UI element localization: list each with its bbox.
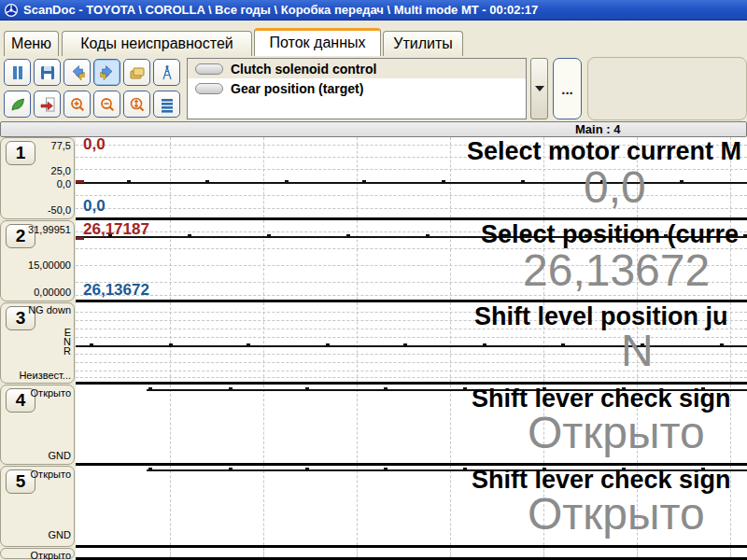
vertical-gridline — [263, 466, 264, 545]
channel-title: Shift lever check sign — [472, 466, 731, 495]
channel-3-plot[interactable]: Shift level position ju N — [76, 302, 747, 385]
export-button[interactable] — [34, 91, 61, 118]
zoom-fit-button[interactable] — [123, 91, 150, 118]
vertical-gridline — [450, 137, 451, 217]
forward-button[interactable] — [93, 59, 120, 86]
sample-point — [521, 180, 525, 184]
vertical-gridline — [450, 548, 451, 557]
signal-list: Clutch solenoid control Gear position (t… — [187, 58, 527, 119]
tab-fault-codes[interactable]: Коды неисправностей — [62, 31, 252, 56]
sample-point — [229, 387, 233, 391]
sample-point — [169, 343, 173, 347]
channel-title: Select motor current M — [467, 137, 741, 166]
vertical-gridline — [170, 548, 171, 557]
graph-group-header: Main : 4 — [0, 121, 747, 137]
channel-row-2: 2 31,99951 15,00000 0,00000 26,17187 26,… — [0, 220, 747, 302]
axis-tick-label: 15,00000 — [28, 259, 71, 271]
channel-1-plot[interactable]: 0,0 0,0 Select motor current M 0,0 — [76, 137, 747, 220]
folders-button[interactable] — [123, 59, 150, 86]
back-arrow-icon — [68, 63, 87, 82]
save-icon — [38, 63, 57, 82]
sample-point — [148, 387, 152, 391]
vertical-gridline — [450, 385, 451, 463]
vertical-gridline — [357, 302, 358, 382]
channel-4-plot[interactable]: Shift lever check sign Открыто — [76, 385, 747, 466]
more-options-button[interactable]: ... — [553, 58, 582, 119]
eco-button[interactable] — [4, 91, 31, 118]
sample-point — [720, 343, 724, 347]
vertical-gridline — [450, 466, 451, 545]
vertical-gridline — [170, 385, 171, 463]
folders-icon — [128, 63, 147, 82]
current-value-marker — [76, 180, 84, 183]
list-view-button[interactable] — [153, 91, 180, 118]
axis-tick-label: 0,00000 — [34, 287, 71, 298]
channel-title: Shift level position ju — [474, 302, 728, 331]
vertical-gridline — [450, 220, 451, 300]
channel-6-plot[interactable]: Shift lever check si — [76, 548, 747, 560]
axis-tick-label: Открыто — [31, 387, 71, 399]
tab-data-stream[interactable]: Поток данных — [254, 28, 381, 56]
channel-row-1: 1 77,5 25,0 0,0 -50,0 0,0 0,0 Select mot… — [0, 137, 747, 220]
channel-5-plot[interactable]: Shift lever check sign Открыто — [76, 466, 747, 548]
sample-point — [229, 468, 233, 471]
vertical-gridline — [357, 220, 358, 300]
pause-icon — [8, 63, 27, 82]
sample-point — [90, 343, 93, 347]
sample-point — [285, 180, 289, 184]
sample-point — [305, 387, 309, 391]
max-value-readout: 26,17187 — [83, 220, 149, 239]
signal-list-item[interactable]: Clutch solenoid control — [188, 59, 526, 78]
axis-tick-label: 0,0 — [57, 178, 71, 189]
channel-current-value: Открыто — [528, 407, 705, 458]
sample-point — [426, 234, 430, 238]
back-button[interactable] — [63, 59, 91, 86]
vertical-gridline — [263, 302, 264, 382]
axis-tick-label: 31,99951 — [28, 224, 71, 235]
channel-current-value: 0,0 — [584, 161, 646, 213]
channel-number-badge[interactable]: 1 — [6, 141, 35, 165]
signal-trace — [76, 182, 747, 184]
zoom-fit-icon — [128, 95, 147, 114]
axis-tick-label: Открыто — [31, 550, 71, 560]
horizontal-gridline — [76, 377, 747, 378]
channel-color-toggle[interactable] — [195, 83, 223, 94]
vertical-gridline — [170, 466, 171, 545]
channel-color-toggle[interactable] — [195, 63, 223, 75]
signal-list-item[interactable]: Gear position (target) — [188, 78, 526, 98]
vertical-gridline — [730, 548, 731, 557]
pause-button[interactable] — [4, 59, 31, 86]
sample-point — [326, 343, 330, 347]
tab-utilities[interactable]: Утилиты — [383, 31, 463, 56]
axis-tick-label: NG down — [28, 304, 71, 315]
channel-5-sidebar: 5 Открыто GND — [0, 466, 75, 547]
chevron-down-icon — [535, 86, 544, 91]
horizontal-gridline — [76, 169, 747, 170]
channel-2-plot[interactable]: 26,17187 26,13672 Select position (curre… — [76, 220, 747, 302]
zoom-in-icon — [68, 95, 87, 114]
vertical-gridline — [450, 302, 451, 382]
channel-6-sidebar: Открыто — [0, 548, 75, 559]
axis-tick-label: Открыто — [31, 469, 71, 480]
sample-point — [247, 343, 250, 347]
min-value-readout: 0,0 — [83, 197, 106, 216]
zoom-out-button[interactable] — [93, 91, 120, 118]
vertical-gridline — [263, 220, 264, 300]
tab-menu[interactable]: Меню — [4, 31, 59, 56]
vertical-gridline — [357, 466, 358, 545]
steering-wheel-icon — [4, 3, 19, 18]
signal-dropdown-button[interactable] — [530, 58, 548, 119]
channel-title: Shift lever check si — [472, 553, 700, 560]
export-report-icon — [38, 95, 57, 114]
axis-tick-label: R — [63, 345, 71, 357]
save-button[interactable] — [34, 59, 61, 86]
vertical-gridline — [730, 302, 731, 382]
channel-row-5: 5 Открыто GND Shift lever check sign Отк… — [0, 466, 747, 548]
channel-current-value: N — [621, 325, 654, 376]
antenna-button[interactable] — [153, 59, 180, 86]
zoom-in-button[interactable] — [63, 91, 91, 118]
sample-point — [384, 387, 388, 391]
channel-row-3: 3 NG down E N R Неизвест... Shift level … — [0, 302, 747, 385]
sample-point — [403, 343, 407, 347]
vertical-gridline — [263, 385, 264, 463]
